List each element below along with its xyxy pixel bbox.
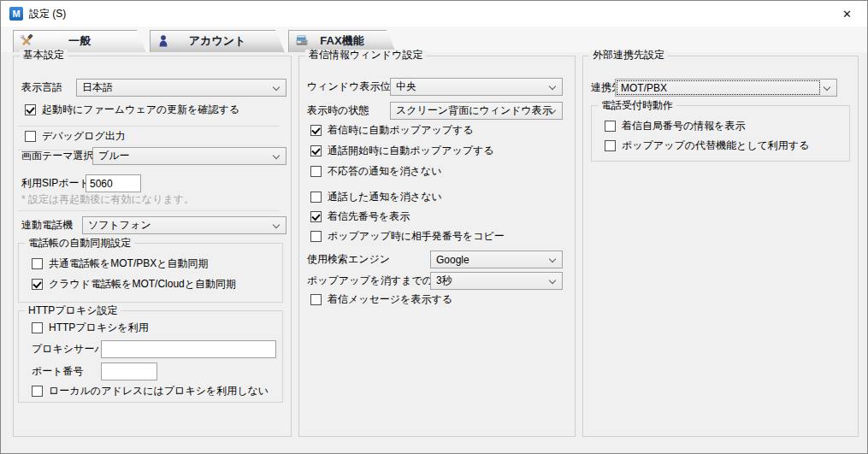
sip-restart-note: * 設定は再起動後に有効になります。 xyxy=(21,194,194,205)
window-title: 設定 (S) xyxy=(29,1,66,27)
theme-value: ブルー xyxy=(98,149,130,163)
proxy-port-label: ポート番号 xyxy=(32,366,84,377)
theme-label: 画面テーマ選択 xyxy=(21,150,94,162)
no-local-proxy-checkbox[interactable] xyxy=(32,386,43,397)
theme-select[interactable]: ブルー xyxy=(92,147,286,165)
no-local-proxy-label: ローカルのアドレスにはプロキシを利用しない xyxy=(49,386,269,397)
cloud-phonebook-sync-label: クラウド電話帳をMOT/Cloudと自動同期 xyxy=(49,279,236,290)
chevron-down-icon xyxy=(549,277,556,284)
close-button[interactable]: ✕ xyxy=(828,2,866,26)
title-bar: M 設定 (S) ✕ xyxy=(1,1,867,27)
display-state-label: 表示時の状態 xyxy=(307,105,369,116)
show-incoming-message-checkbox[interactable] xyxy=(310,294,322,305)
auto-popup-call-start-checkbox[interactable] xyxy=(310,145,322,156)
popup-alternative-label: ポップアップの代替機能として利用する xyxy=(622,140,809,151)
phonebook-sync-group xyxy=(18,243,283,303)
settings-dialog: M 設定 (S) ✕ 一般 アカウント xyxy=(0,0,868,454)
linked-phone-value: ソフトフォン xyxy=(88,218,151,233)
common-phonebook-sync-label: 共通電話帳をMOT/PBXと自動同期 xyxy=(49,258,209,269)
link-destination-select[interactable]: MOT/PBX xyxy=(615,79,837,97)
separator xyxy=(18,126,280,127)
popup-timeout-value: 3秒 xyxy=(436,274,452,288)
copy-caller-number-label: ポップアップ時に相手発番号をコピー xyxy=(328,231,505,242)
auto-popup-incoming-checkbox[interactable] xyxy=(310,125,322,136)
show-callee-number-label: 着信先番号を表示 xyxy=(328,211,410,222)
popup-timeout-select[interactable]: 3秒 xyxy=(430,272,563,290)
show-callee-number-checkbox[interactable] xyxy=(310,211,322,222)
proxy-server-input[interactable] xyxy=(101,340,276,358)
firmware-check-label: 起動時にファームウェアの更新を確認する xyxy=(42,104,239,115)
proxy-server-label: プロキシサーバ xyxy=(32,344,105,355)
search-engine-select[interactable]: Google xyxy=(430,251,563,268)
common-phonebook-sync-checkbox[interactable] xyxy=(32,258,43,269)
call-reception-group xyxy=(591,105,850,162)
display-state-value: スクリーン背面にウィンドウ表示 xyxy=(396,103,552,118)
show-incoming-message-label: 着信メッセージを表示する xyxy=(328,294,452,305)
phonebook-sync-title: 電話帳の自動同期設定 xyxy=(25,238,134,249)
separator xyxy=(18,210,280,211)
chevron-down-icon xyxy=(549,83,556,90)
proxy-port-input[interactable] xyxy=(101,363,157,380)
display-language-label: 表示言語 xyxy=(21,82,62,93)
firmware-check-checkbox[interactable] xyxy=(25,104,36,115)
basic-settings-title: 基本設定 xyxy=(20,50,68,61)
link-destination-value: MOT/PBX xyxy=(621,82,667,94)
linked-phone-select[interactable]: ソフトフォン xyxy=(82,216,286,234)
external-link-title: 外部連携先設定 xyxy=(589,50,668,61)
window-position-select[interactable]: 中央 xyxy=(390,78,563,96)
auto-popup-incoming-label: 着信時に自動ポップアップする xyxy=(328,125,474,136)
window-position-value: 中央 xyxy=(396,80,416,94)
chevron-down-icon xyxy=(824,84,830,91)
keep-answered-notice-checkbox[interactable] xyxy=(310,192,322,203)
search-engine-value: Google xyxy=(436,254,469,266)
tab-account[interactable]: アカウント xyxy=(150,30,285,52)
cloud-phonebook-sync-checkbox[interactable] xyxy=(32,279,43,290)
chevron-down-icon xyxy=(273,221,280,228)
display-state-select[interactable]: スクリーン背面にウィンドウ表示 xyxy=(390,102,563,120)
show-own-number-checkbox[interactable] xyxy=(605,121,616,132)
app-icon: M xyxy=(9,7,23,21)
copy-caller-number-checkbox[interactable] xyxy=(310,231,322,242)
incoming-window-title: 着信情報ウィンドウ設定 xyxy=(305,50,426,61)
display-language-value: 日本語 xyxy=(82,80,113,95)
use-proxy-checkbox[interactable] xyxy=(32,322,43,333)
tab-account-label: アカウント xyxy=(150,30,285,52)
window-position-label: ウィンドウ表示位置 xyxy=(307,81,400,92)
show-own-number-label: 着信自局番号の情報を表示 xyxy=(622,121,746,132)
display-language-select[interactable]: 日本語 xyxy=(76,79,286,97)
auto-popup-call-start-label: 通話開始時に自動ポップアップする xyxy=(328,145,494,156)
keep-unanswered-notice-checkbox[interactable] xyxy=(310,166,322,177)
keep-answered-notice-label: 通話した通知を消さない xyxy=(328,192,442,203)
sip-port-label: 利用SIPポート xyxy=(21,178,90,189)
debug-log-label: デバッグログ出力 xyxy=(42,131,126,142)
call-reception-title: 電話受付時動作 xyxy=(598,100,676,111)
search-engine-label: 使用検索エンジン xyxy=(307,254,390,265)
chevron-down-icon xyxy=(273,152,280,159)
debug-log-checkbox[interactable] xyxy=(25,131,36,142)
use-proxy-label: HTTPプロキシを利用 xyxy=(49,322,149,333)
http-proxy-title: HTTPプロキシ設定 xyxy=(25,305,121,316)
sip-port-input[interactable] xyxy=(86,174,141,192)
chevron-down-icon xyxy=(549,256,556,262)
close-icon: ✕ xyxy=(842,8,852,21)
linked-phone-label: 連動電話機 xyxy=(21,220,73,231)
chevron-down-icon xyxy=(273,84,280,91)
keep-unanswered-notice-label: 不応答の通知を消さない xyxy=(328,166,441,177)
popup-alternative-checkbox[interactable] xyxy=(605,140,616,151)
